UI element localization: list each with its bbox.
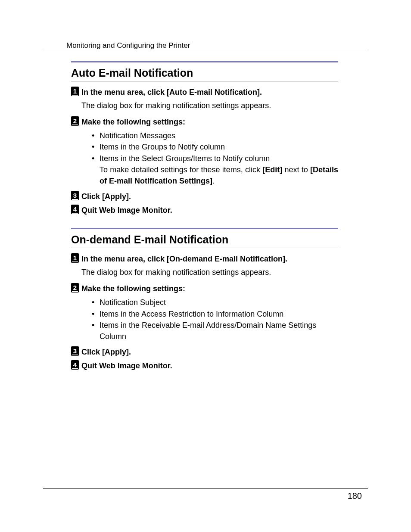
step-1-desc: The dialog box for making notification s…: [81, 100, 338, 111]
step-number-icon: 1: [71, 87, 79, 96]
svg-text:4: 4: [73, 361, 77, 368]
bullet-item: Items in the Access Restriction to Infor…: [92, 308, 338, 320]
step-2-bullets: Notification Messages Items in the Group…: [92, 130, 338, 186]
step-bracket: [Auto E-mail Notification]: [167, 88, 260, 96]
step-tail: .: [260, 88, 262, 96]
bullet-item: Items in the Select Groups/Items to Noti…: [92, 153, 338, 187]
step-4: 4 Quit Web Image Monitor.: [71, 360, 338, 371]
header-title: Monitoring and Configuring the Printer: [66, 41, 190, 50]
step-tail: .: [129, 192, 131, 201]
svg-text:1: 1: [73, 87, 77, 95]
svg-text:2: 2: [73, 284, 77, 291]
content: Auto E-mail Notification 1 In the menu a…: [71, 61, 338, 374]
step-number-icon: 4: [71, 360, 79, 370]
svg-rect-23: [72, 368, 78, 369]
bullet-item: Notification Subject: [92, 297, 338, 308]
svg-text:4: 4: [73, 205, 77, 213]
step-1: 1 In the menu area, click [On-demand E-m…: [71, 253, 338, 264]
step-lead: In the menu area, click: [81, 255, 167, 263]
bullet-item: Items in the Groups to Notify column: [92, 141, 338, 152]
step-lead: Quit Web Image Monitor.: [81, 206, 172, 215]
step-3: 3 Click [Apply].: [71, 191, 338, 202]
step-bracket: [Apply]: [102, 348, 129, 356]
step-number-icon: 3: [71, 346, 79, 356]
svg-text:2: 2: [73, 117, 77, 124]
step-1-desc: The dialog box for making notification s…: [81, 267, 338, 278]
step-lead: Click: [81, 192, 102, 201]
svg-rect-2: [72, 95, 78, 96]
detail-pre: To make detailed settings for these item…: [100, 165, 262, 174]
step-lead: Make the following settings:: [81, 118, 185, 126]
step-4: 4 Quit Web Image Monitor.: [71, 205, 338, 216]
page: Monitoring and Configuring the Printer A…: [0, 0, 411, 532]
detail-mid: next to: [282, 165, 310, 174]
svg-rect-14: [72, 261, 78, 262]
step-lead: Click: [81, 348, 102, 356]
step-number-icon: 4: [71, 205, 79, 214]
running-header: Monitoring and Configuring the Printer: [66, 41, 362, 50]
section-title: Auto E-mail Notification: [71, 64, 338, 81]
bullet-detail: To make detailed settings for these item…: [100, 164, 338, 187]
header-rule: [43, 51, 368, 51]
svg-text:3: 3: [73, 347, 77, 355]
step-lead: In the menu area, click: [81, 88, 167, 96]
step-number-icon: 3: [71, 191, 79, 200]
svg-text:1: 1: [73, 254, 77, 261]
step-2: 2 Make the following settings:: [71, 283, 338, 294]
detail-post: .: [212, 177, 215, 185]
section-accent-bar: [71, 61, 338, 62]
step-bracket: [On-demand E-mail Notification]: [167, 255, 285, 263]
step-2: 2 Make the following settings:: [71, 116, 338, 128]
page-number: 180: [348, 491, 362, 501]
step-tail: .: [129, 348, 131, 356]
step-lead: Quit Web Image Monitor.: [81, 361, 172, 370]
detail-bracket-1: [Edit]: [262, 165, 282, 174]
section-underline: [71, 81, 338, 81]
step-3: 3 Click [Apply].: [71, 346, 338, 358]
step-lead: Make the following settings:: [81, 284, 185, 293]
step-tail: .: [285, 255, 287, 263]
step-1: 1 In the menu area, click [Auto E-mail N…: [71, 87, 338, 98]
step-2-bullets: Notification Subject Items in the Access…: [92, 297, 338, 342]
svg-rect-20: [72, 355, 78, 355]
svg-rect-11: [72, 213, 78, 214]
svg-rect-5: [72, 124, 78, 125]
svg-rect-17: [72, 291, 78, 292]
svg-rect-8: [72, 199, 78, 200]
step-bracket: [Apply]: [102, 192, 129, 201]
bullet-item: Notification Messages: [92, 130, 338, 141]
svg-text:3: 3: [73, 192, 77, 199]
section-title: On-demand E-mail Notification: [71, 231, 338, 248]
section-auto-email: Auto E-mail Notification 1 In the menu a…: [71, 61, 338, 216]
section-ondemand-email: On-demand E-mail Notification 1 In the m…: [71, 228, 338, 371]
section-underline: [71, 248, 338, 248]
step-number-icon: 1: [71, 253, 79, 263]
step-number-icon: 2: [71, 283, 79, 292]
step-number-icon: 2: [71, 116, 79, 126]
bullet-item: Items in the Receivable E-mail Address/D…: [92, 320, 338, 342]
footer-rule: [43, 488, 368, 489]
bullet-text: Items in the Select Groups/Items to Noti…: [100, 154, 270, 163]
section-accent-bar: [71, 228, 338, 229]
